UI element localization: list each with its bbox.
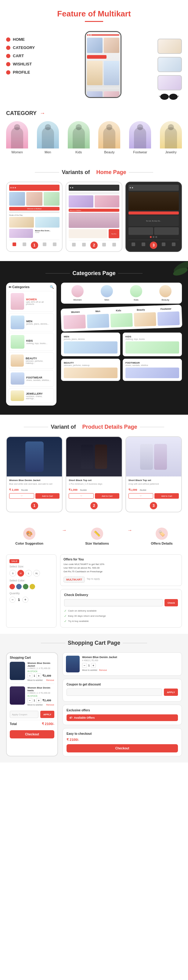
svg-line-3 [159, 96, 160, 97]
offer-desc-2: Use 500+on all above Rs. 500.00 [63, 566, 178, 569]
checkout-button[interactable]: Checkout [10, 730, 54, 738]
cart-qty-decrease-2[interactable]: − [27, 698, 32, 703]
size-m[interactable]: M [18, 570, 24, 577]
phone-bar-1 [9, 185, 59, 191]
coupon-input[interactable] [66, 689, 162, 696]
addtocart-btn-3[interactable]: Add to Cart [154, 493, 179, 499]
wishlist-link-2[interactable]: Move to wishlist [27, 704, 42, 706]
phone-inner-2: Welcome to Multikart Buy Now [66, 182, 122, 251]
wishlist-btn-1[interactable]: ♡ [9, 493, 34, 499]
cat-beauty-item[interactable]: BEAUTY skincare, perfume, makeup... [8, 352, 54, 369]
qty-increase[interactable]: + [22, 597, 28, 603]
offers-card: Offers for You Use code MULTIKART to get… [60, 554, 182, 586]
size-xl[interactable]: XL [33, 570, 40, 577]
category-item-jewelry[interactable]: Jewelry [160, 121, 182, 154]
size-s[interactable]: S [10, 570, 16, 577]
addtocart-btn-2[interactable]: Add to Cart [95, 493, 119, 499]
coupon-input-row: APPLY [66, 689, 178, 696]
category-header: CATEGORY → [6, 110, 182, 116]
cat-angled-imgs [63, 311, 180, 329]
cat-men-item[interactable]: MEN jackets, jeans, denims... [8, 313, 54, 331]
cart-qty-decrease-1[interactable]: − [27, 673, 32, 678]
cart-phone-header: Shopping Cart [10, 656, 54, 659]
cat-grid-women[interactable]: Women [63, 285, 92, 301]
wishlist-link-1[interactable]: Move to wishlist [27, 679, 42, 681]
nav-item-profile[interactable]: PROFILE [6, 70, 49, 75]
nav-dot [6, 54, 10, 58]
apply-code-input[interactable]: Apply Coupon [10, 711, 39, 718]
cat-women-item[interactable]: WOMEN upto 20% off on all products [8, 291, 54, 312]
category-item-women[interactable]: Women [6, 121, 28, 154]
cat-detail-footwear[interactable]: FOOTWEAR shoes, sandals, stilettos [123, 359, 182, 381]
category-item-beauty[interactable]: Beauty [98, 121, 120, 154]
color-green[interactable] [23, 584, 28, 589]
pin-input[interactable] [64, 599, 163, 606]
cart-right-qty-dec[interactable]: − [82, 663, 87, 668]
cat-grid-kids[interactable]: Kids [122, 285, 150, 301]
badge-arrow-1: → [62, 528, 67, 545]
stock-status-1: IN STOCK [27, 670, 54, 672]
delivery-info-3: ✓ Try & buy available [64, 619, 178, 624]
cat-jewellery-item[interactable]: JEWELLERY necklace, chains, earrings... [8, 388, 54, 403]
easy-checkout-btn[interactable]: Checkout [66, 744, 178, 752]
offers-details-icon: 🏷️ [156, 528, 168, 540]
apply-code-btn[interactable]: APPLY [40, 711, 54, 718]
product-img-2 [66, 437, 122, 476]
phone-inner-1: Welcome to Multikart Deals of the Day Wo… [7, 182, 62, 251]
remove-link-1[interactable]: Remove [46, 679, 54, 681]
cart-right-qty-inc[interactable]: + [91, 663, 96, 668]
offers-icon: 🏷 [69, 716, 72, 719]
product-img-3 [126, 437, 181, 476]
nav-dot [6, 46, 10, 50]
category-section: CATEGORY → Women Men Kids Beauty [0, 104, 188, 160]
size-l[interactable]: L [25, 570, 32, 577]
home-nav-icon [13, 242, 16, 246]
cat-kids-item[interactable]: KIDS clothing, toys, books... [8, 333, 54, 351]
addtocart-btn-1[interactable]: Add to Cart [35, 493, 60, 499]
cat-footwear-item[interactable]: FOOTWEAR shoes, sandals, stilettos... [8, 370, 54, 387]
cart-heading: Shopping Cart Page [6, 640, 182, 646]
cat-footwear-label: FOOTWEAR [26, 376, 51, 379]
product-actions-3: ♡ Add to Cart [129, 493, 179, 499]
coupon-row: MULTIKART Tap to apply [63, 575, 178, 583]
remove-link-2[interactable]: Remove [46, 704, 54, 706]
phone-number-1: 1 [31, 242, 38, 249]
checkout-total-row: ₹ 2100/- [66, 738, 178, 742]
color-blue[interactable] [16, 584, 22, 589]
cat-detail-kids[interactable]: KIDS clothing, toys, books [123, 332, 182, 356]
category-item-men[interactable]: Men [37, 121, 59, 154]
cat-detail-men[interactable]: MEN jackets, jeans, denims [61, 332, 120, 356]
nav-item-category[interactable]: CATEGORY [6, 45, 49, 50]
color-yellow[interactable] [30, 584, 35, 589]
phone-screen [86, 32, 121, 97]
nav-dot [6, 62, 10, 66]
delivery-card: Check Delivery Check ✓ Cash on delivery … [60, 589, 182, 628]
cart-right-wishlist[interactable]: Move to wishlist [82, 669, 97, 671]
check-btn[interactable]: Check [164, 599, 178, 606]
color-red[interactable] [10, 584, 15, 589]
cart-right-remove[interactable]: Remove [99, 669, 107, 671]
cat-jewellery-img [11, 390, 24, 401]
cat-grid-men[interactable]: Men [93, 285, 121, 301]
nav-item-wishlist[interactable]: WISHLIST [6, 62, 49, 66]
cat-grid-beauty[interactable]: Beauty [151, 285, 180, 301]
cart-qty-increase-2[interactable]: + [36, 698, 41, 703]
qty-decrease[interactable]: − [10, 597, 16, 603]
nav-item-cart[interactable]: CART [6, 54, 49, 58]
wishlist-btn-2[interactable]: ♡ [69, 493, 94, 499]
delivery-info-1: ✓ Cash on delivery available [64, 608, 178, 613]
available-offers-btn[interactable]: 🏷 Available Offers [66, 714, 178, 721]
cart-qty-increase-1[interactable]: + [36, 673, 41, 678]
wishlist-btn-3[interactable]: ♡ [129, 493, 154, 499]
nav-item-home[interactable]: HOME [6, 37, 49, 42]
cat-beauty-label: BEAUTY [26, 357, 52, 360]
home-phones-row: Welcome to Multikart Deals of the Day Wo… [6, 181, 182, 252]
coupon-apply-btn[interactable]: APPLY [164, 689, 178, 696]
leaf-decoration-top-right [164, 261, 188, 286]
categories-page-section: Categories Page ⬅ Categories🔍 WOMEN upto… [0, 261, 188, 415]
cart-right-item-card: Women Blue Denim Jacket # 49822 | ₹2,499… [63, 652, 182, 676]
cat-detail-beauty[interactable]: BEAUTY skincare, perfume, makeup [61, 359, 120, 381]
category-item-footwear[interactable]: Footwear [129, 121, 151, 154]
category-item-kids[interactable]: Kids [68, 121, 90, 154]
product-details-heading: Variant of Product Details Page [6, 424, 182, 430]
